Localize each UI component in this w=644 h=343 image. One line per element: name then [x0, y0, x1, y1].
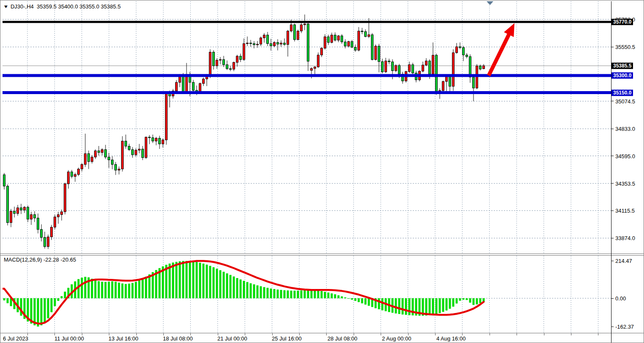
- time-label: 2 Aug 00:00: [382, 335, 411, 342]
- time-tick-mark: [381, 333, 381, 335]
- axis-tick-mark: [611, 156, 614, 156]
- axis-tick-mark: [611, 211, 614, 211]
- time-label: 21 Jul 00:00: [217, 335, 247, 342]
- price-tick-label: 34115.5: [615, 208, 635, 214]
- macd-tick-label: 0.00: [615, 295, 626, 302]
- axis-tick-mark: [611, 47, 614, 47]
- time-tick-mark: [517, 333, 517, 335]
- axis-tick-mark: [611, 101, 614, 101]
- time-label: 28 Jul 08:00: [327, 335, 357, 342]
- price-axis-border: [611, 1, 612, 343]
- time-axis-separator: [0, 333, 644, 333]
- price-tick-label: 34833.0: [615, 126, 635, 132]
- price-level-badge: 35300.0: [612, 72, 633, 78]
- macd-tick-label: 214.47: [615, 258, 632, 264]
- time-tick-mark: [435, 333, 436, 335]
- time-tick-mark: [571, 333, 571, 335]
- time-tick-mark: [490, 333, 490, 335]
- time-label: 6 Jul 2023: [3, 335, 28, 342]
- price-chart-area[interactable]: [3, 1, 611, 254]
- price-level-badge: 35150.0: [612, 89, 633, 96]
- axis-tick-mark: [611, 327, 614, 327]
- price-level-badge: 35770.0: [612, 19, 633, 25]
- macd-tick-label: -162.37: [615, 324, 634, 330]
- axis-tick-mark: [611, 129, 614, 129]
- price-tick-label: 34353.5: [615, 180, 635, 186]
- price-tick-label: 34595.0: [615, 153, 635, 159]
- axis-tick-mark: [611, 238, 614, 238]
- price-tick-label: 35074.5: [615, 98, 635, 104]
- axis-tick-mark: [611, 261, 614, 261]
- price-level-badge: 35385.5: [612, 62, 633, 69]
- time-tick-mark: [326, 333, 327, 335]
- axis-tick-mark: [611, 298, 614, 299]
- price-tick-label: 35550.5: [615, 44, 635, 50]
- chart-window: ▼DJ30-,H4 35359.5 35400.0 35355.0 35385.…: [0, 0, 644, 343]
- time-tick-mark: [544, 333, 544, 335]
- time-label: 13 Jul 16:00: [108, 335, 138, 342]
- axis-tick-mark: [611, 183, 614, 184]
- time-tick-mark: [598, 333, 598, 335]
- macd-panel-area[interactable]: [3, 256, 611, 333]
- time-label: 4 Aug 16:00: [436, 335, 465, 342]
- time-label: 18 Jul 08:00: [163, 335, 193, 342]
- price-tick-label: 33874.0: [615, 235, 635, 241]
- time-label: 11 Jul 00:00: [54, 335, 84, 342]
- panel-separator-top[interactable]: [0, 254, 644, 254]
- time-label: 25 Jul 16:00: [272, 335, 302, 342]
